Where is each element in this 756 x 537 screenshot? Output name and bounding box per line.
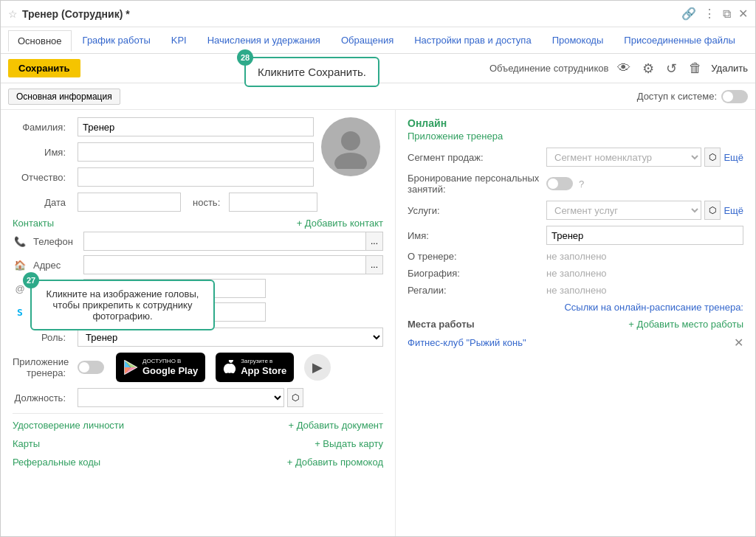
segment-prodazh-group: Сегмент номенклатур ⬡ Ещё [546, 148, 743, 167]
right-panel: Онлайн Приложение тренера Сегмент продаж… [396, 110, 755, 536]
link-icon[interactable]: 🔗 [681, 7, 696, 21]
app-arrow-btn[interactable]: ▶ [304, 354, 331, 381]
adres-label: Адрес [33, 260, 78, 271]
uslugi-select[interactable]: Сегмент услуг [546, 201, 701, 220]
system-access-toggle[interactable] [721, 90, 748, 103]
dolzhnost-inline-label: ность: [187, 197, 220, 208]
settings-icon[interactable]: ⚙ [639, 59, 657, 78]
close-icon[interactable]: ✕ [738, 7, 748, 21]
add-contact-btn[interactable]: + Добавить контакт [297, 218, 383, 229]
vydaty-kartu-btn[interactable]: + Выдать карту [315, 438, 383, 449]
referalnye-label[interactable]: Реферальные коды [13, 457, 100, 468]
imya-input[interactable] [78, 142, 314, 162]
fitness-close-btn[interactable]: ✕ [734, 336, 743, 350]
titlebar-controls: 🔗 ⋮ ⧉ ✕ [681, 7, 748, 21]
history-icon[interactable]: ↺ [663, 59, 680, 78]
fitness-link[interactable]: Фитнес-клуб "Рыжий конь" [408, 337, 526, 348]
imya-right-input[interactable] [546, 226, 743, 245]
tabbar: Основное График работы KPI Начисления и … [1, 27, 755, 54]
online-header: Онлайн [408, 117, 743, 129]
o-trenere-label: О тренере: [408, 251, 540, 262]
more-icon[interactable]: ⋮ [704, 7, 715, 21]
udostoverenie-row: Удостоверение личности + Добавить докуме… [13, 418, 383, 432]
tab-nastroyki[interactable]: Настройки прав и доступа [405, 30, 540, 51]
delete-button[interactable]: Удалить [711, 63, 748, 74]
adres-input[interactable] [83, 255, 366, 274]
trash-icon[interactable]: 🗑 [686, 59, 705, 77]
data-row: Дата ность: [13, 193, 383, 212]
tab-osnovnoe[interactable]: Основное [8, 30, 72, 52]
app-trainer-toggle[interactable] [78, 361, 104, 374]
system-access: Доступ к системе: [637, 90, 748, 103]
system-access-label: Доступ к системе: [637, 91, 717, 102]
tab-promocody[interactable]: Промокоды [543, 30, 614, 51]
segment-prodazh-select[interactable]: Сегмент номенклатур [546, 148, 701, 167]
toggle-knob [723, 91, 733, 102]
dolzhnost-inline-input[interactable] [229, 193, 317, 212]
bronirovanie-help[interactable]: ? [579, 179, 584, 190]
telefon-more-btn[interactable]: ... [366, 232, 383, 251]
biografiya-value: не заполнено [546, 268, 607, 279]
telefon-row: 📞 Телефон ... [13, 232, 383, 251]
telefon-label: Телефон [33, 236, 78, 247]
toolbar: Сохранить Объединение сотрудников 👁 ⚙ ↺ … [1, 54, 755, 83]
telefon-input[interactable] [83, 232, 366, 251]
add-mesta-btn[interactable]: + Добавить место работы [628, 319, 743, 330]
main-window: ☆ Тренер (Сотрудник) * 🔗 ⋮ ⧉ ✕ Основное … [0, 0, 756, 537]
segment-prodazh-esche[interactable]: Ещё [724, 152, 743, 163]
tab-prisoedinennye[interactable]: Присоединенные файлы [614, 30, 745, 51]
section-header: Основная информация Доступ к системе: [1, 83, 755, 110]
regalii-value: не заполнено [546, 285, 607, 296]
tooltip-27: Кликните на изображение головы, чтобы пр… [30, 280, 215, 330]
raspisanie-link[interactable]: Ссылки на онлайн-расписание тренера: [564, 302, 743, 313]
tooltip-27-text: Кликните на изображение головы, чтобы пр… [47, 288, 199, 322]
dolzhnost-expand-btn[interactable]: ⬡ [287, 388, 303, 407]
bronirovanie-toggle[interactable] [546, 177, 573, 190]
dolzhnost-select[interactable] [78, 388, 284, 407]
biografiya-label: Биография: [408, 268, 540, 279]
google-play-badge[interactable]: ДОСТУПНО В Google Play [116, 353, 205, 382]
home-icon: 🏠 [13, 260, 27, 271]
bronirovanie-row: Бронирование персональных занятий: ? [408, 173, 743, 195]
karty-label[interactable]: Карты [13, 438, 40, 449]
save-button[interactable]: Сохранить [8, 59, 80, 77]
uslugi-esche[interactable]: Ещё [724, 205, 743, 216]
segment-prodazh-row: Сегмент продаж: Сегмент номенклатур ⬡ Ещ… [408, 148, 743, 167]
tab-nachisleniya[interactable]: Начисления и удержания [198, 30, 330, 51]
phone-icon: 📞 [13, 236, 27, 247]
referalnye-row: Реферальные коды + Добавить промокод [13, 455, 383, 469]
contacts-label[interactable]: Контакты [13, 218, 54, 229]
svg-point-0 [341, 131, 360, 150]
add-promocod-btn[interactable]: + Добавить промокод [287, 457, 383, 468]
hide-icon[interactable]: 👁 [614, 59, 633, 77]
tab-obrascheniya[interactable]: Обращения [331, 30, 403, 51]
app-store-badge[interactable]: Загрузите в App Store [216, 353, 294, 382]
app-trainer-label: Приложение тренера: [13, 356, 72, 378]
tooltip-28-text: Кликните Сохранить. [258, 66, 366, 78]
avatar-area[interactable] [321, 117, 380, 176]
adres-more-btn[interactable]: ... [366, 255, 383, 274]
regalii-row: Регалии: не заполнено [408, 285, 743, 296]
otchestvo-input[interactable] [78, 167, 314, 187]
adres-input-group: ... [83, 255, 383, 274]
segment-prodazh-expand-btn[interactable]: ⬡ [704, 148, 721, 167]
uslugi-label: Услуги: [408, 205, 540, 216]
uslugi-row: Услуги: Сегмент услуг ⬡ Ещё [408, 201, 743, 220]
mesta-raboty-label: Места работы [408, 319, 475, 330]
uslugi-expand-btn[interactable]: ⬡ [704, 201, 721, 220]
restore-icon[interactable]: ⧉ [723, 7, 731, 21]
data-input[interactable] [78, 193, 181, 212]
section-btn[interactable]: Основная информация [8, 89, 120, 105]
app-trainer-row: Приложение тренера: ДОСТУПНО В [13, 353, 383, 382]
apple-icon [223, 360, 236, 375]
add-document-btn[interactable]: + Добавить документ [288, 420, 383, 431]
skype-icon: S [13, 307, 27, 318]
window-title: Тренер (Сотрудник) * [22, 8, 681, 20]
tab-grafik[interactable]: График работы [73, 30, 160, 51]
favorite-icon[interactable]: ☆ [8, 8, 18, 20]
familiya-input[interactable] [78, 117, 314, 136]
bronirovanie-label: Бронирование персональных занятий: [408, 173, 540, 195]
tab-kpi[interactable]: KPI [162, 30, 196, 51]
familiya-label: Фамилия: [13, 122, 72, 133]
udostoverenie-label[interactable]: Удостоверение личности [13, 420, 124, 431]
